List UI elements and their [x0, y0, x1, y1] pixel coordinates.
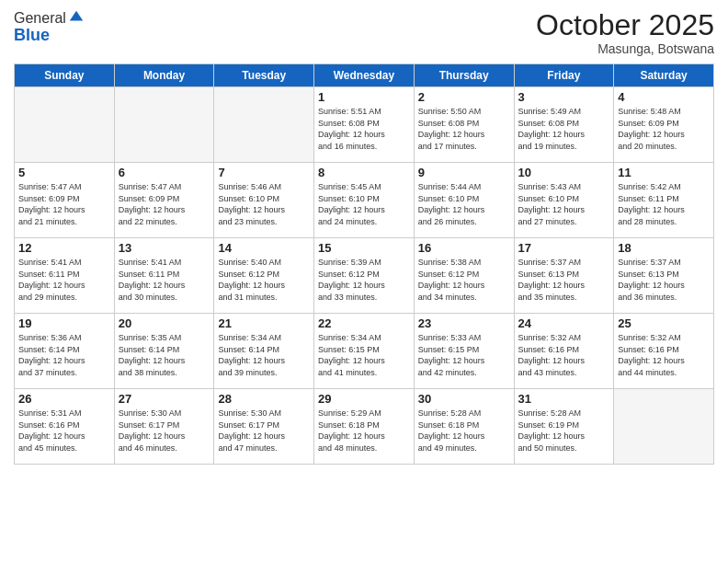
day-info: Sunrise: 5:30 AMSunset: 6:17 PMDaylight:…: [218, 408, 310, 454]
logo-icon: [68, 9, 85, 26]
calendar-cell: 31Sunrise: 5:28 AMSunset: 6:19 PMDayligh…: [514, 389, 614, 465]
calendar-cell: 6Sunrise: 5:47 AMSunset: 6:09 PMDaylight…: [114, 163, 214, 238]
calendar-cell: 14Sunrise: 5:40 AMSunset: 6:12 PMDayligh…: [214, 238, 314, 314]
calendar-cell: [614, 389, 714, 465]
calendar-cell: 19Sunrise: 5:36 AMSunset: 6:14 PMDayligh…: [15, 314, 115, 389]
day-number: 7: [218, 166, 310, 179]
day-info: Sunrise: 5:37 AMSunset: 6:13 PMDaylight:…: [518, 257, 610, 303]
calendar-cell: 20Sunrise: 5:35 AMSunset: 6:14 PMDayligh…: [114, 314, 214, 389]
day-number: 14: [218, 241, 310, 255]
calendar-cell: 3Sunrise: 5:49 AMSunset: 6:08 PMDaylight…: [514, 87, 614, 163]
day-number: 9: [418, 166, 510, 179]
calendar-cell: 10Sunrise: 5:43 AMSunset: 6:10 PMDayligh…: [514, 163, 614, 238]
day-number: 20: [119, 316, 210, 330]
calendar-cell: 26Sunrise: 5:31 AMSunset: 6:16 PMDayligh…: [15, 389, 115, 465]
calendar-cell: 2Sunrise: 5:50 AMSunset: 6:08 PMDaylight…: [414, 87, 514, 163]
day-number: 12: [18, 241, 110, 255]
calendar-cell: 27Sunrise: 5:30 AMSunset: 6:17 PMDayligh…: [114, 389, 214, 465]
day-number: 16: [418, 241, 510, 255]
day-number: 15: [318, 241, 410, 255]
calendar-cell: 13Sunrise: 5:41 AMSunset: 6:11 PMDayligh…: [114, 238, 214, 314]
weekday-header: Tuesday: [214, 64, 314, 87]
day-number: 13: [119, 241, 210, 255]
day-info: Sunrise: 5:28 AMSunset: 6:18 PMDaylight:…: [418, 408, 510, 454]
day-number: 11: [618, 166, 710, 179]
calendar-cell: [114, 87, 214, 163]
calendar-cell: [15, 87, 115, 163]
day-info: Sunrise: 5:42 AMSunset: 6:11 PMDaylight:…: [618, 181, 710, 227]
calendar-cell: 28Sunrise: 5:30 AMSunset: 6:17 PMDayligh…: [214, 389, 314, 465]
day-info: Sunrise: 5:31 AMSunset: 6:16 PMDaylight:…: [18, 408, 110, 454]
calendar-cell: 1Sunrise: 5:51 AMSunset: 6:08 PMDaylight…: [314, 87, 415, 163]
calendar-cell: 30Sunrise: 5:28 AMSunset: 6:18 PMDayligh…: [414, 389, 514, 465]
weekday-header: Friday: [514, 64, 614, 87]
day-info: Sunrise: 5:41 AMSunset: 6:11 PMDaylight:…: [119, 257, 210, 303]
day-info: Sunrise: 5:48 AMSunset: 6:09 PMDaylight:…: [618, 106, 710, 152]
day-info: Sunrise: 5:32 AMSunset: 6:16 PMDaylight:…: [518, 332, 610, 378]
title-block: October 2025 Masunga, Botswana: [536, 9, 714, 56]
day-number: 26: [18, 392, 110, 406]
calendar-cell: 4Sunrise: 5:48 AMSunset: 6:09 PMDaylight…: [614, 87, 714, 163]
day-info: Sunrise: 5:36 AMSunset: 6:14 PMDaylight:…: [18, 332, 110, 378]
weekday-header: Saturday: [614, 64, 714, 87]
day-number: 29: [318, 392, 410, 406]
day-number: 25: [618, 316, 710, 330]
month-title: October 2025: [536, 9, 714, 41]
calendar-cell: 17Sunrise: 5:37 AMSunset: 6:13 PMDayligh…: [514, 238, 614, 314]
day-info: Sunrise: 5:51 AMSunset: 6:08 PMDaylight:…: [318, 106, 410, 152]
day-number: 5: [18, 166, 110, 179]
day-number: 2: [418, 90, 510, 104]
weekday-header: Monday: [114, 64, 214, 87]
day-info: Sunrise: 5:47 AMSunset: 6:09 PMDaylight:…: [18, 181, 110, 227]
day-info: Sunrise: 5:33 AMSunset: 6:15 PMDaylight:…: [418, 332, 510, 378]
day-info: Sunrise: 5:44 AMSunset: 6:10 PMDaylight:…: [418, 181, 510, 227]
calendar-week-row: 26Sunrise: 5:31 AMSunset: 6:16 PMDayligh…: [15, 389, 714, 465]
day-info: Sunrise: 5:40 AMSunset: 6:12 PMDaylight:…: [218, 257, 310, 303]
calendar-cell: 25Sunrise: 5:32 AMSunset: 6:16 PMDayligh…: [614, 314, 714, 389]
day-number: 18: [618, 241, 710, 255]
day-number: 27: [119, 392, 210, 406]
day-number: 3: [518, 90, 610, 104]
svg-marker-0: [70, 11, 83, 21]
day-info: Sunrise: 5:47 AMSunset: 6:09 PMDaylight:…: [119, 181, 210, 227]
day-info: Sunrise: 5:46 AMSunset: 6:10 PMDaylight:…: [218, 181, 310, 227]
calendar-cell: [214, 87, 314, 163]
calendar-cell: 23Sunrise: 5:33 AMSunset: 6:15 PMDayligh…: [414, 314, 514, 389]
weekday-header: Wednesday: [314, 64, 415, 87]
day-info: Sunrise: 5:41 AMSunset: 6:11 PMDaylight:…: [18, 257, 110, 303]
calendar-week-row: 1Sunrise: 5:51 AMSunset: 6:08 PMDaylight…: [15, 87, 714, 163]
day-info: Sunrise: 5:49 AMSunset: 6:08 PMDaylight:…: [518, 106, 610, 152]
day-number: 10: [518, 166, 610, 179]
day-number: 24: [518, 316, 610, 330]
day-info: Sunrise: 5:39 AMSunset: 6:12 PMDaylight:…: [318, 257, 410, 303]
weekday-header: Thursday: [414, 64, 514, 87]
day-number: 31: [518, 392, 610, 406]
logo-general-text: General: [14, 10, 66, 27]
day-number: 23: [418, 316, 510, 330]
day-number: 19: [18, 316, 110, 330]
calendar-cell: 8Sunrise: 5:45 AMSunset: 6:10 PMDaylight…: [314, 163, 415, 238]
calendar-week-row: 12Sunrise: 5:41 AMSunset: 6:11 PMDayligh…: [15, 238, 714, 314]
day-number: 8: [318, 166, 410, 179]
day-info: Sunrise: 5:43 AMSunset: 6:10 PMDaylight:…: [518, 181, 610, 227]
calendar-cell: 12Sunrise: 5:41 AMSunset: 6:11 PMDayligh…: [15, 238, 115, 314]
logo-blue-text: Blue: [14, 26, 50, 45]
day-number: 21: [218, 316, 310, 330]
calendar-header-row: SundayMondayTuesdayWednesdayThursdayFrid…: [15, 64, 714, 87]
day-number: 28: [218, 392, 310, 406]
day-info: Sunrise: 5:34 AMSunset: 6:14 PMDaylight:…: [218, 332, 310, 378]
calendar-cell: 24Sunrise: 5:32 AMSunset: 6:16 PMDayligh…: [514, 314, 614, 389]
calendar-cell: 9Sunrise: 5:44 AMSunset: 6:10 PMDaylight…: [414, 163, 514, 238]
day-number: 22: [318, 316, 410, 330]
day-number: 17: [518, 241, 610, 255]
calendar-cell: 16Sunrise: 5:38 AMSunset: 6:12 PMDayligh…: [414, 238, 514, 314]
calendar-cell: 21Sunrise: 5:34 AMSunset: 6:14 PMDayligh…: [214, 314, 314, 389]
day-info: Sunrise: 5:37 AMSunset: 6:13 PMDaylight:…: [618, 257, 710, 303]
day-info: Sunrise: 5:28 AMSunset: 6:19 PMDaylight:…: [518, 408, 610, 454]
calendar-cell: 7Sunrise: 5:46 AMSunset: 6:10 PMDaylight…: [214, 163, 314, 238]
day-info: Sunrise: 5:35 AMSunset: 6:14 PMDaylight:…: [119, 332, 210, 378]
calendar-table: SundayMondayTuesdayWednesdayThursdayFrid…: [14, 63, 714, 465]
logo: General Blue: [14, 9, 85, 45]
day-info: Sunrise: 5:32 AMSunset: 6:16 PMDaylight:…: [618, 332, 710, 378]
day-number: 4: [618, 90, 710, 104]
